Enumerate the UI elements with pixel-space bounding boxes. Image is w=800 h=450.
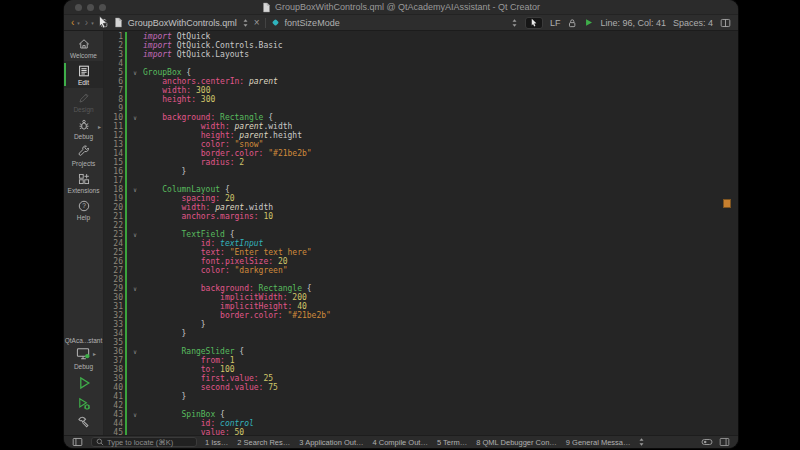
pane-stepper-icon[interactable] (638, 437, 645, 447)
back-history-caret-icon[interactable]: ▾ (77, 20, 80, 26)
code-line[interactable]: 37 from: 1 (104, 356, 738, 365)
cursor-position-indicator[interactable]: Line: 96, Col: 41 (600, 18, 666, 28)
code-line[interactable]: 42 (104, 401, 738, 410)
sidebar-item-help[interactable]: ?Help (64, 196, 103, 223)
fold-chevron-icon[interactable]: ∨ (127, 410, 143, 419)
toggle-left-sidebar-icon[interactable] (72, 437, 83, 447)
fold-chevron-icon[interactable]: ∨ (127, 185, 143, 194)
code-line[interactable]: 17 (104, 176, 738, 185)
split-editor-icon[interactable] (720, 18, 731, 28)
output-pane-button[interactable]: 5 Term… (437, 438, 467, 447)
code-line[interactable]: 26 font.pixelSize: 20 (104, 257, 738, 266)
output-pane-button[interactable]: 8 QML Debugger Con… (476, 438, 557, 447)
code-line[interactable]: 25 text: "Enter text here" (104, 248, 738, 257)
minimize-window-button[interactable] (87, 4, 94, 11)
code-line[interactable]: 6 anchors.centerIn: parent (104, 77, 738, 86)
kit-selector-button[interactable]: ▸ (75, 346, 92, 361)
code-line[interactable]: 14 border.color: "#21be2b" (104, 149, 738, 158)
code-line[interactable]: 34 } (104, 329, 738, 338)
code-line[interactable]: 18∨ ColumnLayout { (104, 185, 738, 194)
output-pane-button[interactable]: 9 General Messa… (566, 438, 631, 447)
code-line[interactable]: 38 to: 100 (104, 365, 738, 374)
symbol-dropdown[interactable]: fontSizeMode (285, 18, 340, 28)
document-dropdown-icon[interactable] (242, 18, 249, 28)
code-line[interactable]: 41 } (104, 392, 738, 401)
code-line[interactable]: 4 (104, 59, 738, 68)
code-line[interactable]: 32 border.color: "#21be2b" (104, 311, 738, 320)
fold-chevron-icon[interactable]: ∨ (127, 347, 143, 356)
file-lock-icon[interactable] (567, 18, 577, 28)
progress-toggle-icon[interactable] (701, 437, 713, 447)
close-window-button[interactable] (75, 4, 82, 11)
fold-chevron-icon[interactable]: ∨ (127, 68, 143, 77)
run-document-icon[interactable] (584, 18, 593, 27)
code-line[interactable]: 19 spacing: 20 (104, 194, 738, 203)
indent-indicator[interactable]: Spaces: 4 (673, 18, 713, 28)
debug-run-button[interactable] (76, 396, 92, 411)
output-pane-button[interactable]: 3 Application Out… (299, 438, 363, 447)
code-line[interactable]: 35 (104, 338, 738, 347)
output-pane-button[interactable]: 4 Compile Out… (373, 438, 428, 447)
sidebar-item-welcome[interactable]: Welcome (64, 34, 103, 61)
code-line[interactable]: 23∨ TextField { (104, 230, 738, 239)
code-line[interactable]: 8 height: 300 (104, 95, 738, 104)
code-line[interactable]: 13 color: "snow" (104, 140, 738, 149)
code-line[interactable]: 40 second.value: 75 (104, 383, 738, 392)
code-line[interactable]: 10∨ background: Rectangle { (104, 113, 738, 122)
code-line[interactable]: 43∨ SpinBox { (104, 410, 738, 419)
code-line[interactable]: 15 radius: 2 (104, 158, 738, 167)
sidebar-item-debug[interactable]: Debug▸ (64, 115, 103, 142)
code-text: id: control (143, 419, 254, 428)
ai-cursor-button[interactable] (525, 17, 543, 29)
mode-selector-sidebar: WelcomeEditDesignDebug▸ProjectsExtension… (64, 31, 104, 435)
run-button[interactable] (76, 375, 92, 391)
forward-icon[interactable]: › (85, 18, 88, 28)
code-line[interactable]: 3import QtQuick.Layouts (104, 50, 738, 59)
code-line[interactable]: 11 width: parent.width (104, 122, 738, 131)
code-line[interactable]: 45 value: 50 (104, 428, 738, 435)
code-line[interactable]: 44 id: control (104, 419, 738, 428)
symbol-stepper-icon[interactable] (511, 18, 518, 28)
code-line[interactable]: 22 (104, 221, 738, 230)
code-line[interactable]: 12 height: parent.height (104, 131, 738, 140)
fold-chevron-icon[interactable]: ∨ (127, 284, 143, 293)
vcs-change-bar (125, 104, 127, 113)
code-line[interactable]: 33 } (104, 320, 738, 329)
fold-chevron-icon[interactable]: ∨ (127, 113, 143, 122)
code-line[interactable]: 5∨GroupBox { (104, 68, 738, 77)
output-pane-button[interactable]: 1 Iss… (205, 438, 228, 447)
code-editor[interactable]: 1import QtQuick2import QtQuick.Controls.… (104, 31, 738, 435)
toggle-right-sidebar-icon[interactable] (719, 437, 730, 447)
scrollbar-annotation-marker[interactable] (723, 199, 731, 208)
locator-input[interactable]: Type to locate (⌘K) (91, 437, 197, 447)
line-number: 22 (104, 221, 123, 230)
build-button[interactable] (76, 415, 91, 430)
code-line[interactable]: 27 color: "darkgreen" (104, 266, 738, 275)
code-line[interactable]: 24 id: textInput (104, 239, 738, 248)
code-line[interactable]: 36∨ RangeSlider { (104, 347, 738, 356)
code-line[interactable]: 31 implicitHeight: 40 (104, 302, 738, 311)
fold-chevron-icon[interactable]: ∨ (127, 230, 143, 239)
output-pane-button[interactable]: 2 Search Res… (237, 438, 290, 447)
sidebar-item-extensions[interactable]: Extensions (64, 169, 103, 196)
code-line[interactable]: 28 (104, 275, 738, 284)
close-document-icon[interactable]: × (254, 17, 260, 28)
code-line[interactable]: 1import QtQuick (104, 32, 738, 41)
code-line[interactable]: 30 implicitWidth: 200 (104, 293, 738, 302)
sidebar-item-label: Projects (72, 160, 95, 167)
code-line[interactable]: 16 } (104, 167, 738, 176)
code-line[interactable]: 2import QtQuick.Controls.Basic (104, 41, 738, 50)
code-line[interactable]: 29∨ background: Rectangle { (104, 284, 738, 293)
code-line[interactable]: 9 (104, 104, 738, 113)
open-document-tab[interactable]: GroupBoxWithControls.qml (128, 18, 237, 28)
sidebar-item-edit[interactable]: Edit (64, 61, 103, 88)
forward-history-caret-icon[interactable]: ▾ (91, 20, 94, 26)
code-line[interactable]: 20 width: parent.width (104, 203, 738, 212)
code-line[interactable]: 7 width: 300 (104, 86, 738, 95)
sidebar-item-projects[interactable]: Projects (64, 142, 103, 169)
back-icon[interactable]: ‹ (71, 18, 74, 28)
zoom-window-button[interactable] (99, 4, 106, 11)
line-ending-indicator[interactable]: LF (550, 18, 561, 28)
code-line[interactable]: 21 anchors.margins: 10 (104, 212, 738, 221)
code-line[interactable]: 39 first.value: 25 (104, 374, 738, 383)
